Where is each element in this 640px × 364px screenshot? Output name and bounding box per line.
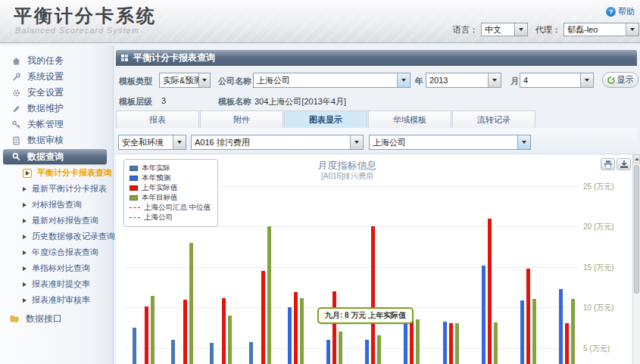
- chart-company-select[interactable]: 上海公司: [369, 135, 531, 150]
- sidebar-item-6[interactable]: 数据查询: [3, 149, 107, 164]
- sidebar-item-2[interactable]: 安全设置: [0, 85, 113, 101]
- sidebar-subitem-6[interactable]: 单指标对比查询: [0, 260, 113, 276]
- bar: [449, 323, 453, 364]
- bar: [228, 316, 232, 364]
- sidebar-item-data-interface[interactable]: 数据接口: [0, 310, 113, 327]
- bar: [565, 323, 569, 364]
- bar: [404, 318, 407, 364]
- download-icon: [620, 160, 629, 169]
- chevron-down-icon: [198, 73, 211, 87]
- chevron-down-icon: [580, 73, 593, 87]
- sidebar-item-label: 数据维护: [27, 102, 64, 115]
- category-value: 安全和环境: [122, 137, 164, 148]
- bullet-arrow-icon: [23, 298, 27, 303]
- app-title: 平衡计分卡系统: [14, 4, 157, 28]
- month-select[interactable]: 4: [520, 73, 594, 88]
- export-button[interactable]: [617, 158, 631, 170]
- bar: [482, 266, 485, 364]
- sidebar-subitem-0[interactable]: 平衡计分卡报表查询: [0, 165, 113, 181]
- sidebar-item-5[interactable]: 数据审核: [0, 132, 113, 148]
- sidebar-subitem-2[interactable]: 对标报告查询: [0, 197, 113, 213]
- chart-legend: 本年实际本年预测上年实际值本年目标值上海公司汇总 中位值上海公司: [123, 159, 218, 227]
- sidebar-subitem-1[interactable]: 最新平衡计分卡报表: [0, 181, 113, 197]
- tab-3[interactable]: 华域模板: [368, 110, 451, 128]
- legend-label: 本年预测: [142, 173, 170, 183]
- legend-label: 上海公司: [144, 213, 173, 222]
- pencil-icon: [11, 104, 21, 114]
- home-icon: [11, 57, 21, 66]
- sidebar-subitem-label: 报表准时审核率: [32, 294, 90, 306]
- y-tick-label: 10 (万元): [583, 303, 629, 313]
- company-value: 上海公司: [257, 75, 290, 86]
- print-button[interactable]: [601, 158, 615, 170]
- sidebar-subitem-7[interactable]: 报表准时提交率: [0, 276, 113, 292]
- chevron-down-icon: [626, 23, 638, 36]
- bar: [210, 343, 214, 364]
- bar: [145, 306, 148, 364]
- search-icon: [11, 152, 21, 161]
- legend-swatch: [130, 166, 138, 171]
- help-label: 帮助: [618, 6, 635, 17]
- sidebar-item-3[interactable]: 数据维护: [0, 101, 113, 117]
- sidebar-item-label: 数据接口: [26, 313, 62, 325]
- bar: [520, 300, 524, 364]
- agent-label: 代理：: [535, 24, 560, 36]
- help-link[interactable]: ? 帮助: [606, 6, 635, 17]
- bar: [365, 340, 369, 364]
- legend-item: 本年预测: [130, 173, 211, 183]
- scrollbar-thumb[interactable]: [634, 165, 639, 294]
- scroll-up-icon[interactable]: [633, 154, 640, 163]
- sidebar-subitem-3[interactable]: 最新对标报告查询: [0, 213, 113, 229]
- sidebar-item-label: 系统设置: [27, 70, 64, 83]
- chevron-down-icon: [488, 73, 501, 87]
- y-tick-label: 5 (万元): [583, 344, 629, 354]
- tab-2[interactable]: 图表显示: [284, 110, 367, 128]
- indicator-select[interactable]: A016 排污费用: [191, 135, 364, 150]
- bar: [249, 342, 253, 364]
- bar: [559, 289, 563, 364]
- tab-0[interactable]: 报表: [116, 110, 199, 128]
- language-select[interactable]: 中文: [481, 23, 528, 36]
- company-select[interactable]: 上海公司: [253, 73, 411, 88]
- template-name-value: 304上海公司[2013年4月]: [254, 96, 346, 107]
- help-icon: ?: [606, 7, 616, 17]
- month-label: 月: [510, 76, 519, 87]
- sidebar-item-0[interactable]: 我的任务: [0, 53, 113, 69]
- legend-item: 上海公司: [130, 213, 211, 222]
- agent-select[interactable]: 郁磊-leo: [564, 23, 639, 36]
- sidebar-subitem-4[interactable]: 历史数据修改记录查询: [0, 229, 113, 244]
- chevron-down-icon: [397, 73, 410, 87]
- display-button[interactable]: 显示: [602, 72, 638, 88]
- chevron-down-icon: [350, 135, 363, 149]
- bar: [571, 299, 575, 364]
- bar: [151, 296, 155, 364]
- bar: [339, 331, 342, 364]
- category-select[interactable]: 安全和环境: [118, 135, 186, 150]
- tab-1[interactable]: 附件: [200, 110, 283, 128]
- bar: [488, 219, 492, 364]
- sidebar-subitem-label: 对标报告查询: [32, 199, 82, 210]
- year-select[interactable]: 2013: [426, 73, 501, 88]
- bar: [443, 322, 447, 364]
- legend-label: 本年目标值: [142, 193, 178, 203]
- bar: [267, 226, 271, 364]
- legend-item: 上年实际值: [130, 183, 211, 193]
- bar: [183, 300, 187, 364]
- bullet-arrow-icon: [23, 282, 27, 287]
- app-subtitle: Balanced Scorecard System: [15, 26, 139, 35]
- vertical-scrollbar[interactable]: [632, 154, 640, 364]
- sidebar-subitem-5[interactable]: 年度综合报表查询: [0, 244, 113, 260]
- tab-4[interactable]: 流转记录: [452, 110, 535, 128]
- wrench-icon: [11, 73, 21, 82]
- template-type-value: 实际&预测: [163, 75, 198, 86]
- legend-dash-swatch: [130, 217, 140, 218]
- sidebar-item-1[interactable]: 系统设置: [0, 69, 113, 85]
- sidebar-subitem-8[interactable]: 报表准时审核率: [0, 292, 113, 308]
- sidebar-subitem-label: 单指标对比查询: [32, 263, 90, 274]
- sidebar-item-4[interactable]: 关帐管理: [0, 117, 113, 132]
- sidebar: 我的任务系统设置安全设置数据维护关帐管理数据审核数据查询平衡计分卡报表查询最新平…: [0, 45, 114, 364]
- gear-icon: [11, 89, 21, 98]
- panel-title-bar: 平衡计分卡报表查询: [116, 50, 637, 66]
- template-type-select[interactable]: 实际&预测: [159, 73, 211, 88]
- key-icon: [11, 120, 21, 129]
